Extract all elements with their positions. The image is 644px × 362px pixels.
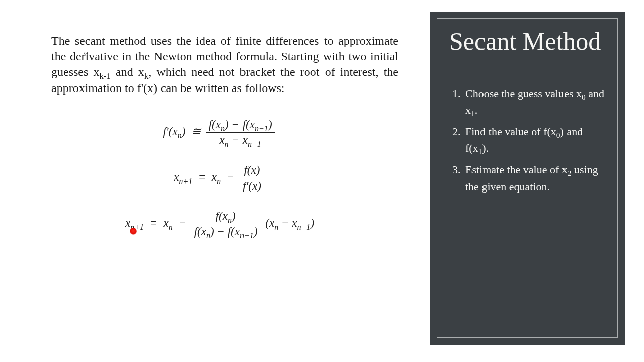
equation-1: f′(xn) ≅ f(xn) − f(xn−1)xn − xn−1 <box>41 118 398 147</box>
eq2-lhs: xn+1 = xn − <box>174 171 237 184</box>
list-item: Choose the guess values x0 and x1. <box>463 85 606 118</box>
eq2-denominator: f′(x) <box>239 178 264 193</box>
sidebar-title: Secant Method <box>449 25 606 59</box>
eq1-lhs: f′(xn) ≅ <box>163 125 203 138</box>
steps-list: Choose the guess values x0 and x1. Find … <box>449 85 606 195</box>
bullet-icon: ○ <box>84 49 89 58</box>
eq3-denominator: f(xn) − f(xn−1) <box>191 224 261 238</box>
list-item: Find the value of f(x0) and f(x1). <box>463 123 606 156</box>
equation-3: xn+1 = xn − f(xn)f(xn) − f(xn−1) (xn − x… <box>41 210 398 238</box>
eq3-rhs: (xn − xn−1) <box>263 217 315 229</box>
equation-2: xn+1 = xn − f(x)f′(x) <box>41 164 398 193</box>
eq1-denominator: xn − xn−1 <box>206 133 275 147</box>
eq1-fraction: f(xn) − f(xn−1)xn − xn−1 <box>206 118 275 147</box>
eq1-numerator: f(xn) − f(xn−1) <box>206 118 275 133</box>
slide: ○ The secant method uses the idea of fin… <box>0 0 644 362</box>
eq3-numerator: f(xn) <box>191 210 261 224</box>
eq3-fraction: f(xn)f(xn) − f(xn−1) <box>191 210 261 238</box>
eq2-numerator: f(x) <box>239 164 264 178</box>
eq3-lhs: xn+1 = xn − <box>125 217 189 229</box>
body-paragraph: The secant method uses the idea of finit… <box>51 33 398 96</box>
laser-pointer-icon <box>130 228 137 235</box>
list-item: Estimate the value of x2 using the given… <box>463 161 606 195</box>
sidebar-inner: Secant Method Choose the guess values x0… <box>437 18 618 338</box>
sidebar-panel: Secant Method Choose the guess values x0… <box>430 12 625 345</box>
eq2-fraction: f(x)f′(x) <box>239 164 264 193</box>
main-content: ○ The secant method uses the idea of fin… <box>41 21 398 238</box>
